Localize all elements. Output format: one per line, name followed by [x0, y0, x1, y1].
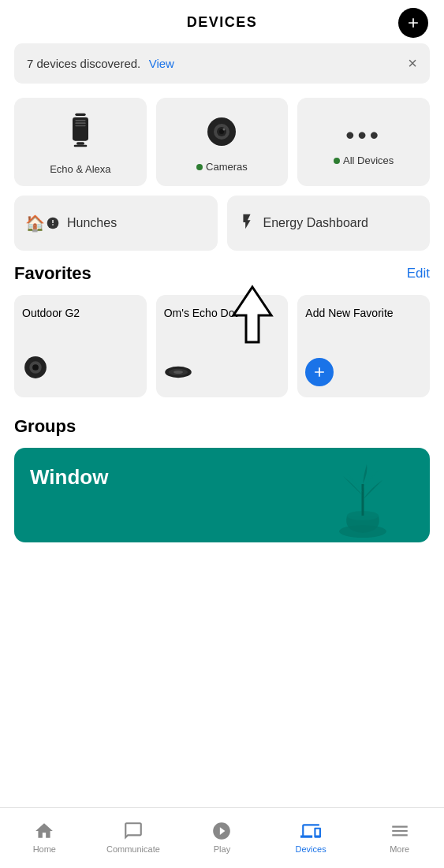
favorites-title: Favorites — [14, 263, 91, 284]
group-card-window[interactable]: Window — [14, 448, 430, 542]
bottom-navigation: Home Communicate Play Devices More — [0, 807, 444, 868]
favorites-section-header: Favorites Edit — [14, 263, 430, 284]
svg-point-16 — [32, 364, 39, 371]
svg-rect-3 — [75, 122, 85, 124]
discovery-message: 7 devices discovered. View — [27, 57, 174, 71]
nav-item-home[interactable]: Home — [0, 821, 89, 854]
device-card-echo-alexa[interactable]: Echo & Alexa — [14, 98, 147, 186]
svg-rect-2 — [75, 120, 85, 121]
favorites-edit-link[interactable]: Edit — [407, 266, 430, 281]
nav-item-more[interactable]: More — [355, 821, 444, 854]
device-categories: Echo & Alexa Cameras ••• — [14, 98, 430, 251]
device-card-all-devices[interactable]: ••• All Devices — [297, 98, 430, 186]
play-icon — [211, 821, 232, 841]
nav-home-label: Home — [33, 844, 56, 854]
groups-title: Groups — [14, 416, 430, 437]
svg-rect-5 — [76, 142, 84, 144]
all-devices-label: All Devices — [334, 155, 394, 166]
discovery-close-button[interactable]: × — [408, 54, 417, 73]
favorite-add-new[interactable]: Add New Favorite — [297, 295, 430, 397]
outdoor-g2-label: Outdoor G2 — [22, 306, 139, 320]
echo-alexa-label: Echo & Alexa — [50, 163, 110, 175]
group-window-decoration — [312, 460, 414, 542]
discovery-text: 7 devices discovered. — [27, 57, 140, 70]
add-device-button[interactable] — [398, 8, 428, 38]
svg-rect-6 — [73, 145, 87, 147]
favorite-oms-echo-dot[interactable]: Om's Echo Dot — [156, 295, 289, 397]
nav-communicate-label: Communicate — [106, 844, 160, 854]
cameras-icon — [204, 114, 239, 156]
header: DEVICES — [0, 0, 444, 43]
oms-echo-dot-label: Om's Echo Dot — [164, 306, 281, 320]
all-devices-status-dot — [334, 158, 340, 164]
device-category-grid: Echo & Alexa Cameras ••• — [14, 98, 430, 186]
groups-section: Groups Window — [14, 416, 430, 542]
svg-rect-4 — [75, 125, 85, 127]
outdoor-g2-icon — [22, 354, 139, 386]
wide-card-row: 🏠 Hunches Energy Dashboard — [14, 196, 430, 251]
device-card-cameras[interactable]: Cameras — [156, 98, 289, 186]
hunches-icon: 🏠 — [25, 214, 59, 233]
hunches-label: Hunches — [67, 216, 117, 230]
page-title: DEVICES — [187, 14, 258, 31]
group-window-name: Window — [30, 465, 108, 489]
cameras-label: Cameras — [196, 161, 248, 173]
nav-devices-label: Devices — [296, 844, 326, 854]
nav-item-devices[interactable]: Devices — [267, 821, 356, 854]
svg-rect-0 — [75, 114, 85, 116]
energy-dashboard-card[interactable]: Energy Dashboard — [227, 196, 431, 251]
hunches-card[interactable]: 🏠 Hunches — [14, 196, 218, 251]
nav-more-label: More — [390, 844, 409, 854]
discovery-banner: 7 devices discovered. View × — [14, 43, 430, 84]
echo-alexa-icon — [63, 112, 98, 158]
communicate-icon — [123, 821, 144, 841]
oms-echo-dot-icon — [164, 361, 281, 386]
cameras-status-dot — [196, 164, 203, 170]
favorites-grid: Outdoor G2 Om's Echo Dot Add New Favorit… — [14, 295, 430, 397]
nav-play-label: Play — [214, 844, 230, 854]
nav-item-play[interactable]: Play — [177, 821, 267, 854]
energy-icon — [238, 213, 256, 233]
all-devices-icon: ••• — [345, 121, 382, 150]
nav-item-communicate[interactable]: Communicate — [89, 821, 178, 854]
more-icon — [390, 821, 410, 841]
home-icon — [34, 821, 54, 841]
svg-point-19 — [173, 371, 183, 374]
favorite-outdoor-g2[interactable]: Outdoor G2 — [14, 295, 147, 397]
devices-icon — [300, 821, 321, 841]
discovery-view-link[interactable]: View — [149, 57, 174, 70]
svg-point-11 — [223, 129, 226, 131]
energy-dashboard-label: Energy Dashboard — [263, 216, 368, 230]
add-new-favorite-label: Add New Favorite — [305, 306, 422, 320]
add-new-favorite-button[interactable] — [305, 358, 334, 386]
